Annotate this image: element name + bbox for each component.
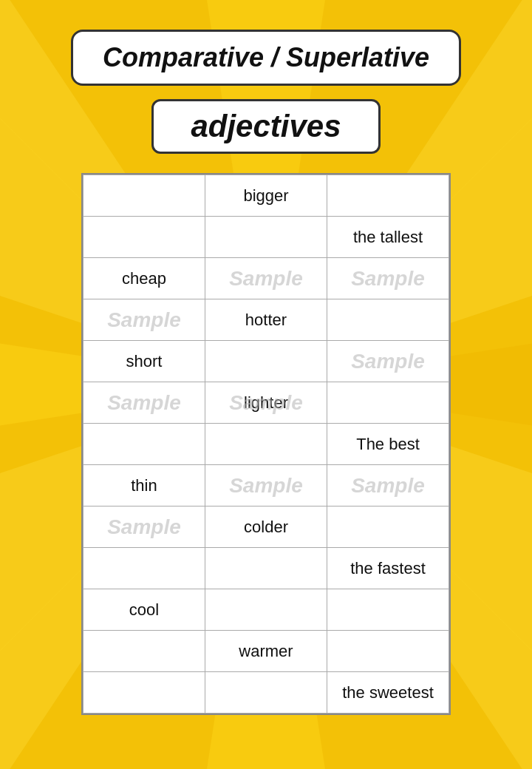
table-cell-row9-col3: the fastest [327,548,449,589]
table-cell-row7-col3: Sample [327,465,449,507]
table-cell-row7-col2: Sample [205,465,327,507]
subtitle: adjectives [191,109,341,143]
table-cell-row0-col1 [83,175,205,217]
main-title-box: Comparative / Superlative [71,30,461,86]
table-cell-row5-col3 [327,382,449,424]
adjectives-table: biggerthe tallestcheapSampleSampleSample… [81,173,451,715]
table-cell-row11-col2: warmer [205,631,327,672]
table-cell-row4-col1: short [83,341,205,382]
table-cell-row11-col1 [83,631,205,672]
table-cell-row2-col3: Sample [327,258,449,299]
table-cell-row1-col1 [83,217,205,258]
table-cell-row5-col1: Sample [83,382,205,424]
main-title: Comparative / Superlative [103,42,429,72]
subtitle-box: adjectives [151,99,380,154]
table-cell-row0-col3 [327,175,449,217]
table-cell-row6-col2 [205,424,327,465]
table-cell-row3-col2: hotter [205,299,327,341]
table-cell-row8-col1: Sample [83,507,205,548]
table-cell-row5-col2: lighterSample [205,382,327,424]
table-cell-row10-col3 [327,589,449,631]
table-cell-row1-col2 [205,217,327,258]
table-cell-row4-col3: Sample [327,341,449,382]
table-cell-row6-col1 [83,424,205,465]
table-cell-row2-col1: cheap [83,258,205,299]
table-cell-row7-col1: thin [83,465,205,507]
table-cell-row9-col1 [83,548,205,589]
table-cell-row2-col2: Sample [205,258,327,299]
table-cell-row9-col2 [205,548,327,589]
table-cell-row12-col1 [83,672,205,714]
table-cell-row11-col3 [327,631,449,672]
table-cell-row10-col2 [205,589,327,631]
table-cell-row8-col2: colder [205,507,327,548]
table-cell-row8-col3 [327,507,449,548]
table-cell-row10-col1: cool [83,589,205,631]
table-cell-row6-col3: The best [327,424,449,465]
table-cell-row1-col3: the tallest [327,217,449,258]
table-cell-row3-col1: Sample [83,299,205,341]
table-cell-row4-col2 [205,341,327,382]
table-cell-row3-col3 [327,299,449,341]
table-cell-row12-col3: the sweetest [327,672,449,714]
table-cell-row12-col2 [205,672,327,714]
table-cell-row0-col2: bigger [205,175,327,217]
